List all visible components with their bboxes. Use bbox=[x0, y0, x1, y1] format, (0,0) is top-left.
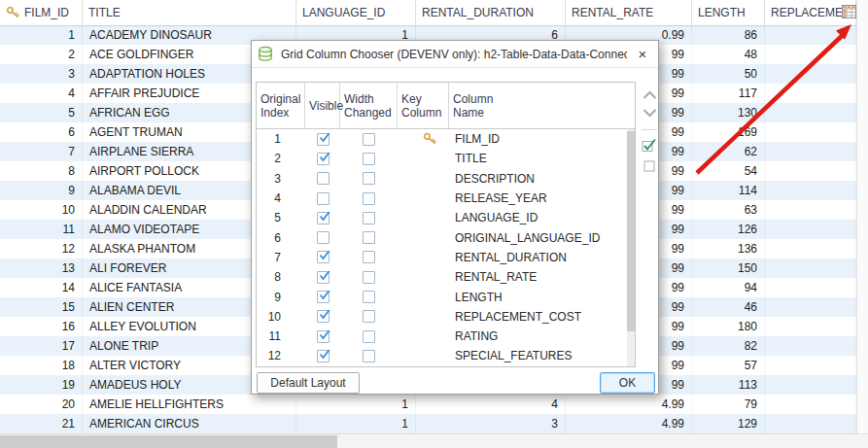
width-changed-checkbox-unchecked[interactable] bbox=[363, 310, 375, 323]
grid-cell[interactable]: 10 bbox=[0, 200, 83, 220]
grid-cell[interactable]: 6 bbox=[0, 122, 83, 142]
visible-checkbox-checked[interactable] bbox=[317, 330, 330, 343]
dialog-scrollbar-thumb[interactable] bbox=[627, 131, 635, 331]
column-header-rental_rate[interactable]: RENTAL_RATE bbox=[566, 0, 692, 25]
close-icon[interactable]: × bbox=[633, 45, 652, 64]
column-header-title[interactable]: TITLE bbox=[83, 0, 296, 25]
grid-cell[interactable]: 3 bbox=[416, 414, 566, 433]
dialog-table-row[interactable]: 3DESCRIPTION bbox=[257, 169, 635, 189]
grid-cell[interactable]: 12 bbox=[0, 239, 83, 258]
width-changed-checkbox-unchecked[interactable] bbox=[363, 153, 375, 165]
grid-cell[interactable]: 11 bbox=[0, 220, 83, 239]
grid-cell[interactable]: 62 bbox=[692, 142, 765, 161]
grid-cell[interactable] bbox=[765, 258, 856, 278]
vertical-scrollbar[interactable] bbox=[856, 0, 868, 433]
width-changed-checkbox-unchecked[interactable] bbox=[363, 251, 375, 263]
grid-cell[interactable] bbox=[765, 84, 856, 103]
grid-cell[interactable]: 114 bbox=[692, 181, 765, 200]
grid-cell[interactable]: 14 bbox=[0, 278, 83, 297]
grid-cell[interactable]: 117 bbox=[692, 84, 765, 103]
grid-cell[interactable]: 1 bbox=[0, 25, 83, 45]
grid-cell[interactable] bbox=[765, 414, 856, 433]
horizontal-scrollbar-thumb[interactable] bbox=[0, 435, 337, 448]
grid-cell[interactable]: 57 bbox=[692, 356, 765, 375]
width-changed-checkbox-unchecked[interactable] bbox=[363, 212, 375, 224]
visible-checkbox-checked[interactable] bbox=[317, 350, 330, 362]
grid-cell[interactable]: 63 bbox=[692, 200, 765, 220]
grid-cell[interactable]: 20 bbox=[0, 395, 83, 414]
grid-cell[interactable]: 94 bbox=[692, 278, 765, 297]
grid-cell[interactable] bbox=[765, 200, 856, 220]
column-header-film_id[interactable]: FILM_ID bbox=[0, 0, 83, 25]
grid-cell[interactable]: 54 bbox=[692, 161, 765, 181]
grid-cell[interactable]: 46 bbox=[692, 297, 765, 317]
default-layout-button[interactable]: Default Layout bbox=[257, 372, 360, 394]
grid-cell[interactable]: 1 bbox=[296, 414, 416, 433]
grid-cell[interactable]: AMELIE HELLFIGHTERS bbox=[83, 395, 296, 414]
grid-cell[interactable] bbox=[765, 181, 856, 200]
visible-checkbox-checked[interactable] bbox=[317, 212, 330, 224]
grid-cell[interactable]: 19 bbox=[0, 375, 83, 395]
dialog-table-row[interactable]: 4RELEASE_YEAR bbox=[257, 189, 635, 208]
grid-cell[interactable]: 48 bbox=[692, 45, 765, 64]
grid-cell[interactable] bbox=[765, 317, 856, 336]
grid-cell[interactable]: 17 bbox=[0, 336, 83, 356]
grid-cell[interactable]: 3 bbox=[0, 64, 83, 84]
uncheck-all-button[interactable] bbox=[643, 160, 655, 172]
grid-cell[interactable]: 130 bbox=[692, 103, 765, 122]
grid-cell[interactable] bbox=[765, 356, 856, 375]
column-header-rental_duration[interactable]: RENTAL_DURATION bbox=[416, 0, 566, 25]
dialog-table-row[interactable]: 1FILM_ID bbox=[257, 129, 635, 149]
grid-cell[interactable]: 129 bbox=[692, 414, 765, 433]
grid-cell[interactable] bbox=[765, 142, 856, 161]
visible-checkbox-checked[interactable] bbox=[317, 271, 330, 284]
width-changed-checkbox-unchecked[interactable] bbox=[363, 192, 375, 205]
grid-cell[interactable] bbox=[765, 161, 856, 181]
visible-checkbox-checked[interactable] bbox=[317, 133, 330, 146]
grid-cell[interactable]: AMERICAN CIRCUS bbox=[83, 414, 296, 433]
grid-cell[interactable] bbox=[765, 375, 856, 395]
width-changed-checkbox-unchecked[interactable] bbox=[363, 231, 375, 244]
grid-cell[interactable]: 82 bbox=[692, 336, 765, 356]
column-header-length[interactable]: LENGTH bbox=[692, 0, 765, 25]
grid-cell[interactable] bbox=[765, 278, 856, 297]
horizontal-scrollbar[interactable] bbox=[0, 433, 868, 448]
grid-cell[interactable]: 21 bbox=[0, 414, 83, 433]
grid-cell[interactable]: 15 bbox=[0, 297, 83, 317]
grid-cell[interactable]: 8 bbox=[0, 161, 83, 181]
width-changed-checkbox-unchecked[interactable] bbox=[363, 172, 375, 185]
grid-cell[interactable]: 126 bbox=[692, 220, 765, 239]
width-changed-checkbox-unchecked[interactable] bbox=[363, 330, 375, 343]
grid-cell[interactable]: 4 bbox=[416, 395, 566, 414]
column-header-language_id[interactable]: LANGUAGE_ID bbox=[296, 0, 416, 25]
move-up-button[interactable] bbox=[642, 90, 658, 100]
grid-cell[interactable]: 86 bbox=[692, 25, 765, 45]
visible-checkbox-unchecked[interactable] bbox=[317, 231, 330, 244]
column-chooser-button[interactable] bbox=[842, 5, 856, 19]
grid-cell[interactable] bbox=[765, 297, 856, 317]
grid-cell[interactable] bbox=[765, 239, 856, 258]
grid-cell[interactable]: 16 bbox=[0, 317, 83, 336]
grid-cell[interactable]: 18 bbox=[0, 356, 83, 375]
dialog-table-row[interactable]: 10REPLACEMENT_COST bbox=[257, 307, 635, 327]
visible-checkbox-checked[interactable] bbox=[317, 291, 330, 303]
width-changed-checkbox-unchecked[interactable] bbox=[363, 133, 375, 146]
width-changed-checkbox-unchecked[interactable] bbox=[363, 350, 375, 362]
grid-cell[interactable]: 4.99 bbox=[566, 395, 692, 414]
visible-checkbox-checked[interactable] bbox=[317, 251, 330, 263]
grid-cell[interactable] bbox=[765, 45, 856, 64]
grid-cell[interactable]: 4.99 bbox=[566, 414, 692, 433]
grid-cell[interactable]: 136 bbox=[692, 239, 765, 258]
grid-cell[interactable]: 7 bbox=[0, 142, 83, 161]
grid-cell[interactable]: 169 bbox=[692, 122, 765, 142]
move-down-button[interactable] bbox=[642, 108, 658, 118]
visible-checkbox-unchecked[interactable] bbox=[317, 172, 330, 185]
grid-cell[interactable]: 50 bbox=[692, 64, 765, 84]
grid-cell[interactable]: 150 bbox=[692, 258, 765, 278]
grid-cell[interactable]: 113 bbox=[692, 375, 765, 395]
grid-cell[interactable]: 13 bbox=[0, 258, 83, 278]
dialog-table-row[interactable]: 9LENGTH bbox=[257, 287, 635, 306]
dialog-table-row[interactable]: 6ORIGINAL_LANGUAGE_ID bbox=[257, 227, 635, 247]
dialog-scrollbar[interactable] bbox=[627, 129, 635, 366]
grid-cell[interactable] bbox=[765, 103, 856, 122]
